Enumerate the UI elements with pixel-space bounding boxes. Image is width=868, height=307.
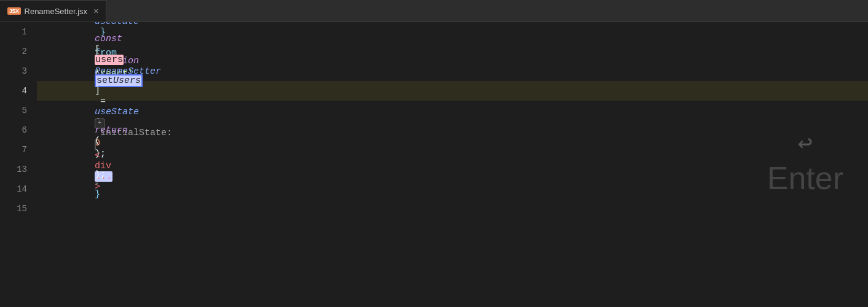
fold-icon-7[interactable]: + xyxy=(95,119,105,128)
line-num-2: 2 xyxy=(0,42,27,61)
line-num-3: 3 xyxy=(0,61,27,81)
line-numbers: 1 2 3 4 5 6 7 13 14 15 xyxy=(0,22,37,307)
editor-container: JSX RenameSetter.jsx × 1 2 3 4 5 6 7 13 … xyxy=(0,0,868,307)
line-num-15: 15 xyxy=(0,199,27,219)
code-area: 1 2 3 4 5 6 7 13 14 15 import React , { … xyxy=(0,22,868,307)
enter-arrow-icon: ↩ xyxy=(798,133,813,157)
code-content: import React , { useState } from 'react'… xyxy=(37,22,868,307)
code-line-14: ▾ } xyxy=(37,179,868,199)
tab-filename: RenameSetter.jsx xyxy=(25,7,88,16)
enter-label: Enter xyxy=(767,160,843,196)
code-line-13: ); xyxy=(37,160,868,179)
tab-bar: JSX RenameSetter.jsx × xyxy=(0,0,868,22)
users-highlight: users xyxy=(95,55,124,65)
code-line-7: + < div ... > xyxy=(37,140,868,160)
code-line-5 xyxy=(37,101,868,120)
code-line-6: return ( xyxy=(37,120,868,140)
line-num-5: 5 xyxy=(0,101,27,120)
line-num-14: 14 xyxy=(0,179,27,199)
jsx-icon: JSX xyxy=(7,7,21,15)
keyword-const: const xyxy=(95,34,128,44)
setusers-highlight: setUsers xyxy=(95,74,143,87)
line-num-1: 1 xyxy=(0,22,27,42)
tab-close-button[interactable]: × xyxy=(93,6,98,16)
line-num-7: 7 xyxy=(0,140,27,160)
line-num-13: 13 xyxy=(0,160,27,179)
fold-arrow-14[interactable]: ▾ xyxy=(95,180,99,188)
line-num-4: 4 xyxy=(0,81,27,101)
code-line-4: const [ users , setUsers ] = useState ( … xyxy=(37,81,868,101)
line-num-6: 6 xyxy=(0,120,27,140)
file-tab[interactable]: JSX RenameSetter.jsx × xyxy=(0,0,106,21)
enter-hint: ↩ Enter xyxy=(767,133,843,196)
code-line-15 xyxy=(37,199,868,219)
